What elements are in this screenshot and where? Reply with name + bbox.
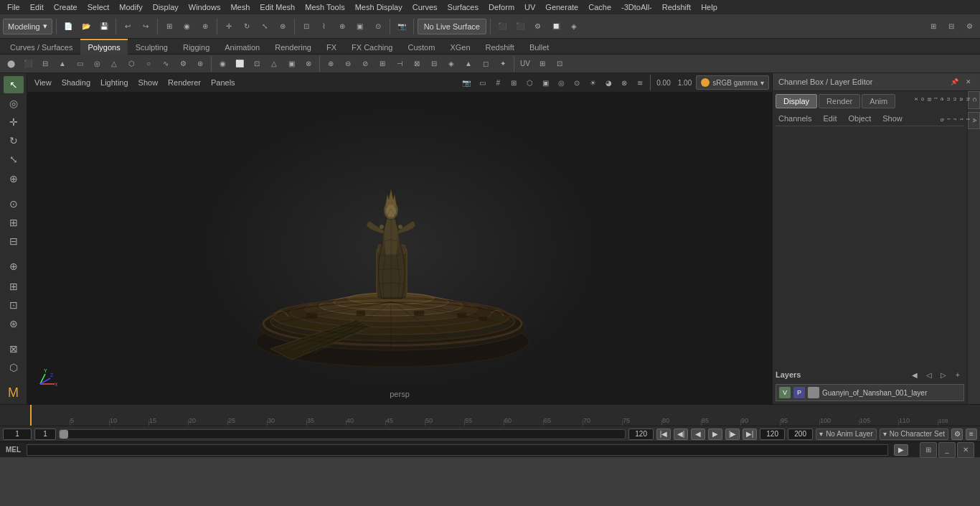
- subdiv-cone-button[interactable]: △: [266, 56, 282, 72]
- cylinder-button[interactable]: ⊟: [37, 56, 53, 72]
- select-tool[interactable]: ↖: [4, 76, 24, 93]
- select-by-name-button[interactable]: ⊞: [161, 19, 177, 34]
- vp-menu-renderer[interactable]: Renderer: [164, 77, 205, 88]
- quad-button[interactable]: ◻: [478, 56, 494, 72]
- vp-wire-icon[interactable]: ▣: [538, 75, 552, 90]
- timeline-area[interactable]: 5 10 15 20 25 30 35 40 45 50 55 60 65 70…: [0, 404, 980, 426]
- undo-button[interactable]: ↩: [120, 19, 136, 34]
- move-tool-button[interactable]: ✛: [221, 19, 237, 34]
- cb-tab-display[interactable]: Display: [776, 94, 817, 108]
- snap-curve-button[interactable]: ⌇: [316, 19, 332, 34]
- cube-button[interactable]: ⬛: [20, 56, 36, 72]
- tab-fx-caching[interactable]: FX Caching: [344, 39, 400, 55]
- gear-prim-button[interactable]: ⚙: [175, 56, 191, 72]
- tab-bullet[interactable]: Bullet: [522, 39, 557, 55]
- mirror-button[interactable]: ⊣: [392, 56, 407, 72]
- pipe-button[interactable]: ○: [141, 56, 156, 72]
- boolean-button[interactable]: ⊞: [374, 56, 390, 72]
- layer-prev2-btn[interactable]: ◁: [923, 368, 936, 381]
- subdiv-torus-button[interactable]: ⊗: [301, 56, 316, 72]
- tab-curves-surfaces[interactable]: Curves / Surfaces: [3, 39, 80, 55]
- vp-overlay-icon[interactable]: ⊞: [507, 75, 521, 90]
- mode-dropdown[interactable]: Modeling ▾: [3, 19, 52, 34]
- snapping-tool[interactable]: ⊞: [4, 278, 24, 295]
- universal-tool-button[interactable]: ⊛: [275, 19, 291, 34]
- tab-polygons[interactable]: Polygons: [80, 39, 127, 55]
- vp-smooth-icon[interactable]: ◎: [554, 75, 568, 90]
- tab-xgen[interactable]: XGen: [443, 39, 477, 55]
- scale-tool[interactable]: ⤡: [4, 151, 24, 168]
- redo-button[interactable]: ↪: [138, 19, 154, 34]
- hypershade-button[interactable]: ◈: [566, 19, 582, 34]
- tab-rendering[interactable]: Rendering: [268, 39, 319, 55]
- tab-fx[interactable]: FX: [319, 39, 344, 55]
- menu-modify[interactable]: Modify: [115, 1, 146, 13]
- scale-tool-button[interactable]: ⤡: [257, 19, 273, 34]
- camera-button[interactable]: 📷: [394, 19, 410, 34]
- channel-box-pin[interactable]: 📌: [948, 76, 960, 88]
- subdiv-cube-button[interactable]: ⬜: [232, 56, 248, 72]
- vp-grid-icon[interactable]: #: [491, 75, 505, 90]
- cleanup-button[interactable]: ✦: [495, 56, 511, 72]
- triangulate-button[interactable]: ▲: [461, 56, 476, 72]
- helix-button[interactable]: ∿: [158, 56, 174, 72]
- cb-edit[interactable]: Edit: [820, 113, 839, 124]
- quad-draw-tool[interactable]: ⊠: [4, 340, 24, 357]
- subdiv-plane-button[interactable]: ▣: [283, 56, 299, 72]
- char-set-dropdown[interactable]: ▾ No Character Set: [880, 428, 948, 440]
- save-scene-button[interactable]: 💾: [96, 19, 112, 34]
- menu-edit[interactable]: Edit: [26, 1, 48, 13]
- tab-sculpting[interactable]: Sculpting: [128, 39, 175, 55]
- smooth-button[interactable]: ◈: [443, 56, 459, 72]
- vp-menu-lighting[interactable]: Lighting: [96, 77, 133, 88]
- extract-button[interactable]: ⊘: [357, 56, 373, 72]
- layer-row[interactable]: V P Guanyin_of_Nanshan_001_layer: [776, 384, 964, 401]
- layer-visibility[interactable]: V: [779, 387, 791, 398]
- prism-button[interactable]: △: [106, 56, 122, 72]
- soft-select-tool[interactable]: ⊕: [4, 169, 24, 187]
- vp-menu-panels[interactable]: Panels: [207, 77, 240, 88]
- vp-shadow-icon[interactable]: ◕: [601, 75, 616, 90]
- range-end-input[interactable]: [628, 428, 654, 440]
- taskbar-close-btn[interactable]: ✕: [957, 442, 974, 458]
- menu-deform[interactable]: Deform: [484, 1, 519, 13]
- vp-menu-view[interactable]: View: [30, 77, 56, 88]
- anim-extra-btn2[interactable]: ≡: [966, 428, 977, 440]
- vp-motion-icon[interactable]: ≋: [633, 75, 647, 90]
- render-settings-button[interactable]: ⚙: [530, 19, 546, 34]
- vp-light-icon[interactable]: ☀: [585, 75, 600, 90]
- combine-button[interactable]: ⊕: [323, 56, 339, 72]
- pyramid-button[interactable]: ⬡: [123, 56, 139, 72]
- uv-planar-button[interactable]: ⊞: [534, 56, 550, 72]
- subdiv-sphere-button[interactable]: ◉: [215, 56, 230, 72]
- anim-end-input[interactable]: [760, 428, 785, 440]
- menu-select[interactable]: Select: [83, 1, 114, 13]
- menu-create[interactable]: Create: [50, 1, 82, 13]
- fill-holes-button[interactable]: ⊠: [409, 56, 425, 72]
- reduce-button[interactable]: ⊟: [426, 56, 442, 72]
- menu-file[interactable]: File: [3, 1, 24, 13]
- menu-help[interactable]: Help: [697, 1, 722, 13]
- mel-run-btn[interactable]: ▶: [894, 444, 908, 456]
- paint-select-button[interactable]: ⊕: [197, 19, 213, 34]
- rotate-tool-button[interactable]: ↻: [239, 19, 255, 34]
- anim-layer-dropdown[interactable]: ▾ No Anim Layer: [816, 428, 877, 440]
- layer-playback[interactable]: P: [793, 387, 805, 398]
- menu-windows[interactable]: Windows: [184, 1, 225, 13]
- snap-grid-button[interactable]: ⊡: [298, 19, 314, 34]
- channel-box-side-tab[interactable]: ChannelBox: [968, 91, 980, 109]
- vp-ao-icon[interactable]: ⊗: [617, 75, 631, 90]
- viewport-layout-button[interactable]: ⊞: [925, 19, 941, 34]
- cone-button[interactable]: ▲: [55, 56, 70, 72]
- colorspace-display[interactable]: sRGB gamma ▾: [696, 75, 769, 90]
- range-start-input[interactable]: [34, 428, 56, 440]
- paint-tool[interactable]: ⊕: [4, 258, 24, 275]
- rotate-tool[interactable]: ↻: [4, 132, 24, 149]
- move-tool[interactable]: ✛: [4, 113, 24, 131]
- menu-3dtoall[interactable]: -3DtoAll-: [617, 1, 656, 13]
- anim-extra-btn1[interactable]: ⚙: [951, 428, 963, 440]
- step-fwd-btn[interactable]: |▶: [725, 428, 740, 440]
- vp-xray-icon[interactable]: ⊙: [570, 75, 584, 90]
- menu-mesh-tools[interactable]: Mesh Tools: [301, 1, 349, 13]
- taskbar-new-btn[interactable]: ⊞: [920, 442, 937, 458]
